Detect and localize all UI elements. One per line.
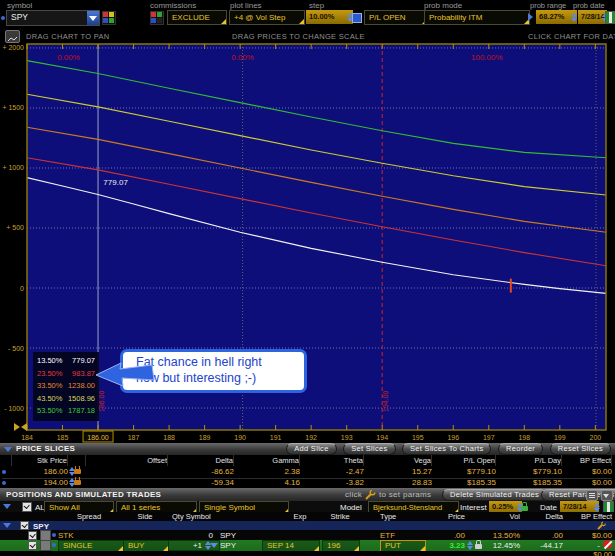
svg-text:0: 0 [20,285,24,292]
svg-text:- 1000: - 1000 [4,405,24,412]
stk-bp-effect: $0.00 [562,531,612,540]
col-delta-pos: Delta [513,512,563,521]
symbol-mode-value: Single Symbol [204,503,255,512]
stk-symbol: SPY [220,531,236,540]
delete-simulated-trades-button[interactable]: Delete Simulated Trades [442,489,547,501]
interest-lock-icon[interactable] [521,506,528,511]
col-exp: Exp [285,512,315,521]
stk-bullet [52,533,56,537]
svg-text:196: 196 [447,434,459,441]
stk-price: .00 [405,531,465,540]
put-call-value: PUT [385,541,401,550]
price-slices-column-headers: Stk Price Offset Delta Gamma Theta Vega … [2,455,612,466]
col-pl-open: P/L Open [432,455,496,466]
stk-delta: .00 [513,531,563,540]
margin-blocked-icon [603,540,612,549]
x-selected-label: 186.00 [87,434,109,441]
price-slices-header: PRICE SLICES Add Slice Set Slices Set Sl… [0,443,615,455]
slice-1-lock-icon[interactable] [74,469,81,474]
collapse-positions-icon[interactable] [3,504,11,509]
single-color-swatch[interactable] [40,540,51,551]
svg-text:187: 187 [128,434,140,441]
date-value: 7/28/14 [563,503,586,510]
svg-text:184: 184 [21,434,33,441]
group-wrench-icon[interactable] [596,521,608,530]
interest-label: Interest [460,503,487,512]
col-stk-price: Stk Price [12,455,68,466]
tooltip-line-1: Fat chance in hell right [136,354,304,370]
strike-value: 196 [327,541,340,550]
col-pl-day: P/L Day [496,455,562,466]
svg-text:+ 1000: + 1000 [2,164,24,171]
col-theta: Theta [300,455,364,466]
filter-icon[interactable] [601,490,613,501]
col-type: Type [380,512,396,521]
group-checkbox[interactable] [20,521,29,530]
series-filter-value: All 1 series [121,503,160,512]
col-bp-effect-pos: BP Effect [567,512,612,521]
col-side: Side [123,512,167,521]
svg-text:+ 1500: + 1500 [2,104,24,111]
stk-checkbox[interactable] [28,531,37,540]
col-offset: Offset [86,455,168,466]
stk-qty: 0 [163,531,213,540]
tooltip-line-2: now but interesting ;-) [136,370,304,386]
positions-hint-pre: click [345,488,362,501]
exp-value: SEP 14 [267,541,294,550]
col-spread: Spread [56,512,122,521]
single-checkbox[interactable] [28,541,37,550]
interest-value: 0.25% [492,502,513,511]
point-value-label: 779.07 [103,178,128,187]
svg-text:200: 200 [589,434,601,441]
svg-text:+ 500: + 500 [6,224,24,231]
col-bp-effect: BP Effect [562,455,612,466]
wrench-icon [364,489,376,501]
svg-text:195: 195 [412,434,424,441]
date-arrows-icon[interactable] [594,503,599,512]
all-checkbox[interactable] [22,502,32,512]
axis-handle-icon [14,423,27,431]
totals-row: $0.00 [0,551,615,556]
single-bp-effect: - [562,541,600,550]
col-vega: Vega [364,455,432,466]
single-symbol: SPY [220,541,236,550]
qty-value: +1 [169,541,202,550]
svg-text:- 500: - 500 [8,345,24,352]
legend-row: 33.50%1238.00 [37,380,95,393]
svg-text:193: 193 [341,434,353,441]
col-gamma: Gamma [234,455,300,466]
set-slices-to-charts-button[interactable]: Set Slices To Charts [402,443,491,455]
total-bp-effect: $0.00 [562,550,612,556]
single-label: SINGLE [63,541,92,550]
single-price[interactable]: 3.23 [415,541,465,550]
slice-2-lock-icon[interactable] [74,480,81,485]
svg-text:188: 188 [163,434,175,441]
svg-text:100.00%: 100.00% [471,53,503,62]
svg-text:+ 2000: + 2000 [2,44,24,51]
date-label: Date [540,503,557,512]
qty-dropdown-icon[interactable] [210,543,218,548]
qty-stepper[interactable]: +1 [168,540,220,551]
notes-icon[interactable] [586,490,598,501]
svg-text:0.00%: 0.00% [231,53,254,62]
stk-label: STK [58,531,74,540]
collapse-group-icon[interactable] [3,523,11,528]
collapse-price-slices-icon[interactable] [4,447,12,452]
col-strike: Strike [322,512,358,521]
reorder-button[interactable]: Reorder [498,443,543,455]
svg-text:0.00%: 0.00% [57,53,80,62]
svg-text:192: 192 [305,434,317,441]
svg-text:185: 185 [57,434,69,441]
set-slices-button[interactable]: Set Slices [343,443,395,455]
legend-row: 43.50%1508.96 [37,393,95,406]
price-slices-title: PRICE SLICES [16,443,75,455]
legend-row: 13.50%779.07 [37,355,95,368]
add-slice-button[interactable]: Add Slice [286,443,336,455]
positions-hint-post: to set params [379,488,431,501]
positions-header: POSITIONS AND SIMULATED TRADES click to … [0,488,615,501]
stk-type: ETF [380,531,395,540]
reset-slices-button[interactable]: Reset Slices [550,443,611,455]
positions-title: POSITIONS AND SIMULATED TRADES [6,488,161,501]
col-delta: Delta [168,455,234,466]
svg-text:194: 194 [376,434,388,441]
